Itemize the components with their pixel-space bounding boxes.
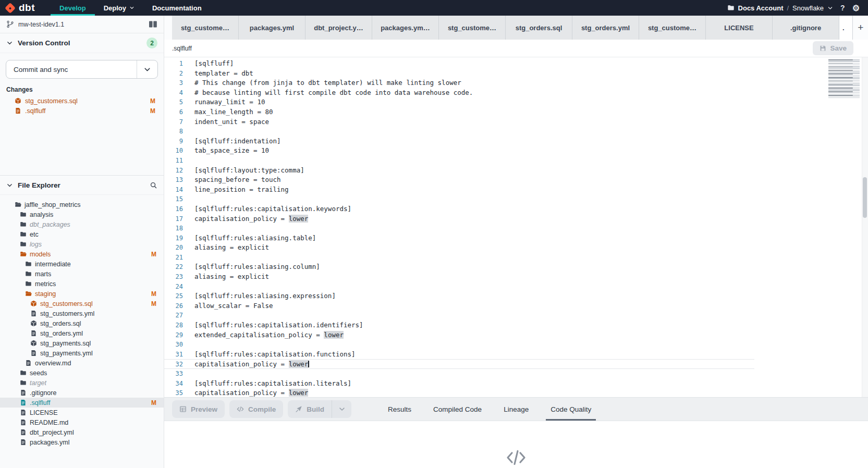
file-tab[interactable]: packages.yml — [239, 16, 305, 40]
panel-tab[interactable]: Compiled Code — [422, 398, 493, 421]
file-explorer-title: File Explorer — [18, 181, 60, 189]
save-button[interactable]: Save — [813, 41, 853, 55]
search-icon[interactable] — [150, 181, 157, 189]
file-tree-item[interactable]: stg_payments.sql — [0, 338, 164, 348]
folder-open-icon — [20, 251, 27, 257]
file-tree-item[interactable]: packages.yml — [0, 437, 164, 447]
build-button[interactable]: Build — [288, 400, 332, 418]
file-tree-item[interactable]: .sqlfluff M — [0, 398, 164, 408]
file-tree-item[interactable]: dbt_packages — [0, 219, 164, 229]
file-icon — [15, 107, 21, 114]
editor-lines: 1 [sqlfluff] 2 templater = dbt 3 # This … — [164, 57, 868, 397]
code-quality-panel — [164, 421, 868, 468]
scrollbar-thumb[interactable] — [863, 177, 867, 218]
code-editor[interactable]: 1 [sqlfluff] 2 templater = dbt 3 # This … — [164, 57, 868, 397]
changed-file-item[interactable]: .sqlfluff M — [0, 106, 164, 116]
new-tab-button[interactable]: + — [853, 16, 868, 40]
file-tree-item[interactable]: stg_orders.sql — [0, 318, 164, 328]
connection-name: Snowflake — [792, 4, 824, 12]
line-number: 16 — [164, 204, 183, 214]
file-tree-item[interactable]: intermediate — [0, 259, 164, 269]
file-tree-item[interactable]: analysis — [0, 210, 164, 219]
code-line: 27 — [164, 311, 868, 321]
line-number: 2 — [164, 69, 183, 79]
file-tree-item[interactable]: logs — [0, 239, 164, 249]
file-tab[interactable]: stg_custome… — [172, 16, 239, 40]
nav-menu-item[interactable]: Deploy — [95, 0, 143, 16]
active-file-tab-partial[interactable]: . — [839, 16, 853, 40]
build-options-chevron[interactable] — [332, 400, 351, 418]
file-explorer-header[interactable]: File Explorer — [0, 175, 164, 195]
file-tree: jaffle_shop_metrics analysis dbt_package… — [0, 195, 164, 447]
minimap[interactable] — [828, 59, 860, 98]
line-number: 23 — [164, 272, 183, 282]
file-tab[interactable]: stg_custome… — [639, 16, 706, 40]
split-view-icon[interactable] — [149, 20, 157, 28]
file-tree-item[interactable]: metrics — [0, 279, 164, 289]
file-tree-item[interactable]: target — [0, 378, 164, 388]
compile-button[interactable]: Compile — [229, 400, 283, 418]
settings-gear-icon[interactable]: ⚙ — [852, 3, 860, 13]
sidebar: mw-test-idev1.1 Version Control 2 Commit… — [0, 16, 164, 468]
code-line: 29 extended_capitalisation_policy = lowe… — [164, 330, 868, 340]
file-tab[interactable]: stg_orders.sql — [506, 16, 572, 40]
file-tree-item[interactable]: stg_payments.yml — [0, 348, 164, 358]
file-tab[interactable]: stg_orders.yml — [572, 16, 639, 40]
branch-row[interactable]: mw-test-idev1.1 — [0, 16, 164, 33]
file-tree-item[interactable]: stg_customers.yml — [0, 309, 164, 318]
panel-tab[interactable]: Results — [377, 398, 422, 421]
chevron-down-icon — [827, 5, 833, 11]
file-tab[interactable]: LICENSE — [706, 16, 773, 40]
file-tree-item[interactable]: jaffle_shop_metrics — [0, 200, 164, 210]
chevron-down-icon — [129, 5, 135, 10]
changes-list: stg_customers.sql M .sqlfluff M — [0, 96, 164, 116]
panel-tab[interactable]: Code Quality — [540, 398, 602, 421]
nav-menu-item[interactable]: Documentation — [143, 0, 211, 16]
editor-scrollbar[interactable] — [862, 57, 868, 397]
file-tree-item[interactable]: stg_customers.sql M — [0, 299, 164, 309]
modified-badge: M — [151, 300, 156, 307]
commit-and-sync-button[interactable]: Commit and sync — [6, 60, 158, 79]
file-tree-item[interactable]: staging M — [0, 289, 164, 299]
file-tree-item[interactable]: README.md — [0, 417, 164, 427]
file-tree-item[interactable]: .gitignore — [0, 388, 164, 398]
folder-icon — [20, 231, 27, 238]
file-tree-item[interactable]: models M — [0, 249, 164, 259]
file-tab[interactable]: dbt_project.y… — [305, 16, 372, 40]
nav-menu-item[interactable]: Develop — [51, 0, 95, 16]
dbt-logo[interactable]: dbt — [0, 0, 42, 16]
line-number: 19 — [164, 233, 183, 243]
panel-tab[interactable]: Lineage — [493, 398, 540, 421]
line-number: 9 — [164, 137, 183, 146]
code-line: 6 max_line_length = 80 — [164, 107, 868, 117]
line-number: 14 — [164, 185, 183, 195]
file-tree-item[interactable]: dbt_project.yml — [0, 427, 164, 437]
line-number: 5 — [164, 97, 183, 107]
commit-options-chevron[interactable] — [137, 60, 157, 78]
line-number: 33 — [164, 369, 183, 379]
code-icon — [237, 405, 244, 413]
build-button-group: Build — [288, 400, 351, 418]
file-icon — [20, 429, 27, 436]
changed-file-item[interactable]: stg_customers.sql M — [0, 96, 164, 106]
line-number: 22 — [164, 262, 183, 272]
cube-icon — [30, 340, 37, 347]
modified-badge: M — [150, 97, 155, 105]
main-area: stg_custome… packages.yml dbt_project.y…… — [164, 16, 868, 468]
file-tab[interactable]: packages.ym… — [372, 16, 439, 40]
file-tree-item[interactable]: LICENSE — [0, 408, 164, 417]
file-tree-item[interactable]: etc — [0, 229, 164, 239]
file-tab[interactable]: .gitignore — [773, 16, 839, 40]
account-selector[interactable]: Docs Account / Snowflake — [727, 4, 834, 12]
code-line: 14 line_position = trailing — [164, 185, 868, 195]
preview-button[interactable]: Preview — [172, 400, 225, 418]
code-line: 12 [sqlfluff:layout:type:comma] — [164, 166, 868, 176]
file-tree-item[interactable]: stg_orders.yml — [0, 328, 164, 338]
dbt-logo-icon — [5, 2, 16, 13]
file-tree-item[interactable]: seeds — [0, 368, 164, 378]
file-tab[interactable]: stg_custome… — [439, 16, 506, 40]
file-tree-item[interactable]: overview.md — [0, 358, 164, 368]
help-icon[interactable]: ? — [840, 4, 845, 12]
version-control-header[interactable]: Version Control 2 — [0, 33, 164, 53]
file-tree-item[interactable]: marts — [0, 269, 164, 279]
